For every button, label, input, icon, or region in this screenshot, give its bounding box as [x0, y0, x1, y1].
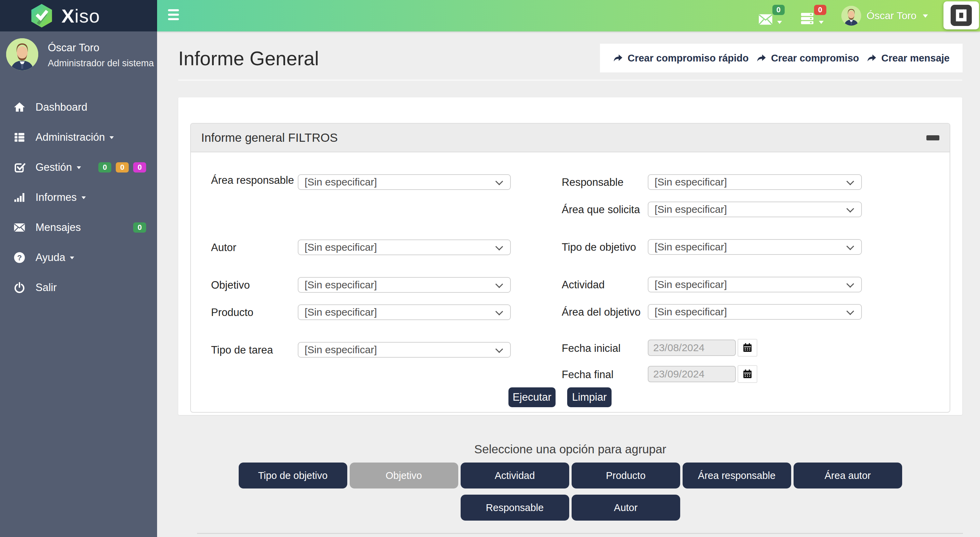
sidebar-item-dashboard[interactable]: Dashboard	[0, 92, 157, 122]
grouping-option-area-autor[interactable]: Área autor	[794, 462, 902, 489]
sidebar-item-salir[interactable]: Salir	[0, 272, 157, 303]
caret-down-icon	[81, 195, 86, 200]
envelope-icon	[758, 14, 773, 25]
filter-label-actividad: Actividad	[562, 278, 648, 292]
share-icon	[613, 53, 623, 63]
crear-compromiso-rapido-button[interactable]: Crear compromiso rápido	[613, 53, 749, 64]
sidebar-item-label: Mensajes	[35, 221, 81, 234]
grouping-title: Seleccione una opción para agrupar	[178, 442, 962, 456]
list-icon	[13, 131, 26, 144]
grouping-option-responsable[interactable]: Responsable	[461, 495, 569, 521]
filter-label-area-que-solicita: Área que solicita	[562, 202, 648, 217]
avatar	[6, 38, 38, 70]
filter-label-tipo-de-objetivo: Tipo de objetivo	[562, 240, 648, 254]
gestion-badge-magenta: 0	[133, 162, 146, 172]
grouping-option-autor[interactable]: Autor	[572, 495, 680, 521]
sidebar-item-label: Gestión	[35, 161, 72, 174]
fecha-final-input[interactable]: 23/09/2024	[648, 366, 736, 382]
corner-logo-button[interactable]	[943, 2, 979, 29]
app-name: Xiso	[62, 5, 100, 27]
corner-logo-icon	[951, 5, 972, 26]
sidebar-menu: Dashboard Administración Gestión 0 0 0	[0, 92, 157, 303]
hamburger-menu-button[interactable]	[168, 9, 179, 20]
check-square-icon	[13, 161, 26, 174]
select-producto[interactable]: [Sin especificar]	[298, 304, 511, 320]
question-circle-icon: ?	[13, 251, 26, 264]
filter-label-area-del-objetivo: Área del objetivo	[562, 305, 648, 319]
home-icon	[13, 101, 26, 114]
caret-down-icon	[818, 20, 824, 25]
ejecutar-button[interactable]: Ejecutar	[508, 387, 555, 407]
select-responsable[interactable]: [Sin especificar]	[648, 174, 862, 190]
fecha-inicial-input[interactable]: 23/08/2024	[648, 339, 736, 356]
grouping-option-objetivo[interactable]: Objetivo	[350, 462, 458, 489]
grouping-option-actividad[interactable]: Actividad	[461, 462, 569, 489]
calendar-icon	[742, 368, 753, 379]
app-logo[interactable]: Xiso	[0, 0, 157, 32]
sidebar-item-informes[interactable]: Informes	[0, 182, 157, 212]
limpiar-button[interactable]: Limpiar	[567, 387, 612, 407]
gestion-badge-green: 0	[98, 162, 111, 172]
calendar-icon	[742, 342, 753, 353]
user-menu[interactable]: Óscar Toro	[842, 6, 929, 25]
sidebar-item-label: Dashboard	[35, 101, 88, 113]
select-area-responsable[interactable]: [Sin especificar]	[298, 174, 511, 190]
filter-label-producto: Producto	[211, 305, 297, 319]
sidebar-item-ayuda[interactable]: ? Ayuda	[0, 242, 157, 272]
filter-label-objetivo: Objetivo	[211, 278, 297, 292]
filter-label-tipo-de-tarea: Tipo de tarea	[211, 343, 297, 357]
grouping-option-producto[interactable]: Producto	[572, 462, 680, 489]
select-tipo-de-tarea[interactable]: [Sin especificar]	[298, 342, 511, 358]
fecha-final-group: 23/09/2024	[648, 366, 757, 383]
select-tipo-de-objetivo[interactable]: [Sin especificar]	[648, 239, 862, 255]
sidebar-item-label: Informes	[35, 191, 77, 204]
filter-label-autor: Autor	[211, 241, 297, 255]
gestion-badges: 0 0 0	[98, 162, 146, 172]
power-icon	[13, 281, 26, 294]
grouping-option-tipo-de-objetivo[interactable]: Tipo de objetivo	[239, 462, 347, 489]
topbar-right: 0 0 Óscar Toro	[758, 0, 929, 32]
header-divider	[178, 80, 962, 81]
caret-down-icon	[69, 255, 75, 260]
select-autor[interactable]: [Sin especificar]	[298, 239, 511, 255]
select-actividad[interactable]: [Sin especificar]	[648, 277, 862, 292]
grouping-row-1: Tipo de objetivo Objetivo Actividad Prod…	[178, 462, 962, 489]
select-area-del-objetivo[interactable]: [Sin especificar]	[648, 304, 862, 320]
select-area-que-solicita[interactable]: [Sin especificar]	[648, 202, 862, 217]
sidebar-item-label: Administración	[35, 131, 105, 143]
avatar	[842, 6, 861, 25]
gestion-badge-orange: 0	[116, 162, 129, 172]
tasks-icon	[800, 12, 815, 25]
mensajes-count-badge: 0	[133, 222, 146, 233]
messages-dropdown[interactable]: 0	[758, 5, 785, 27]
page-title: Informe General	[178, 47, 319, 70]
grouping-option-area-responsable[interactable]: Área responsable	[682, 462, 791, 489]
user-name: Óscar Toro	[867, 10, 916, 22]
fecha-final-calendar-button[interactable]	[738, 365, 757, 383]
bar-chart-icon	[13, 191, 26, 204]
filters-card: Informe general FILTROS Área responsable…	[178, 97, 962, 415]
sidebar-item-mensajes[interactable]: Mensajes 0	[0, 212, 157, 242]
main-content: Informe General Crear compromiso rápido …	[157, 32, 980, 537]
filter-label-fecha-final: Fecha final	[562, 368, 648, 382]
section-divider	[197, 533, 963, 534]
select-objetivo[interactable]: [Sin especificar]	[298, 277, 511, 293]
caret-down-icon	[922, 13, 929, 18]
share-icon	[867, 53, 877, 63]
caret-down-icon	[776, 20, 783, 25]
tasks-dropdown[interactable]: 0	[800, 5, 826, 27]
filters-panel-body: Área responsable [Sin especificar] Autor…	[191, 152, 950, 411]
collapse-panel-button[interactable]	[926, 135, 939, 140]
crear-mensaje-button[interactable]: Crear mensaje	[867, 53, 950, 64]
svg-text:?: ?	[17, 253, 22, 262]
caret-down-icon	[109, 135, 115, 140]
envelope-icon	[13, 221, 26, 234]
filter-label-area-responsable: Área responsable	[211, 173, 297, 187]
filter-label-fecha-inicial: Fecha inicial	[562, 341, 648, 355]
filters-panel: Informe general FILTROS Área responsable…	[190, 123, 950, 413]
sidebar-item-label: Ayuda	[35, 252, 65, 264]
sidebar-item-administracion[interactable]: Administración	[0, 122, 157, 152]
sidebar-item-gestion[interactable]: Gestión 0 0 0	[0, 152, 157, 182]
crear-compromiso-button[interactable]: Crear compromiso	[756, 53, 859, 64]
fecha-inicial-calendar-button[interactable]	[738, 339, 757, 357]
